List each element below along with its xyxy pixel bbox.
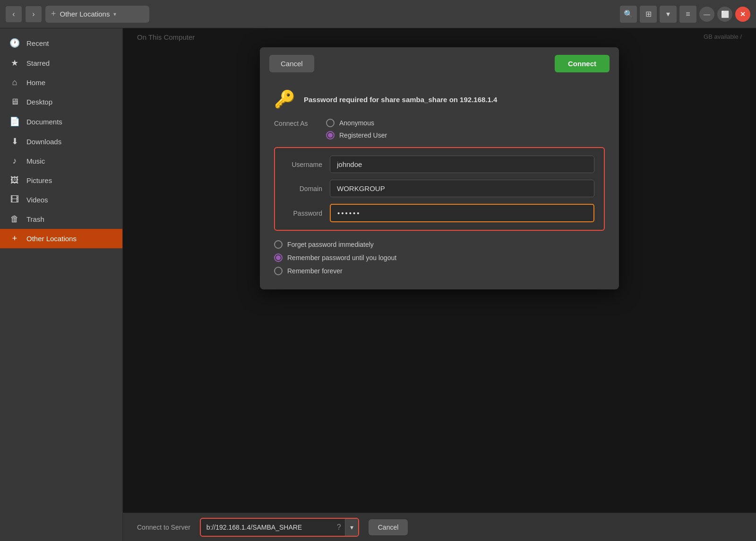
key-icon: 🔑 (274, 89, 295, 109)
sidebar-item-label: Music (26, 157, 45, 165)
sidebar: 🕐 Recent ★ Starred ⌂ Home 🖥 Desktop 📄 Do… (0, 28, 123, 541)
list-view-button[interactable]: ⊞ (640, 6, 657, 23)
domain-label: Domain (284, 185, 322, 192)
list-dropdown-button[interactable]: ▾ (660, 6, 677, 23)
radio-registered[interactable]: Registered User (326, 131, 387, 140)
dialog-title: Password required for share samba_share … (304, 96, 497, 104)
sidebar-item-pictures[interactable]: 🖼 Pictures (0, 171, 122, 190)
minimize-button[interactable]: — (699, 7, 714, 22)
menu-icon: ≡ (686, 10, 690, 18)
radio-registered-circle (326, 131, 335, 140)
sidebar-item-recent[interactable]: 🕐 Recent (0, 33, 122, 53)
sidebar-item-label: Videos (26, 196, 48, 204)
sidebar-item-videos[interactable]: 🎞 Videos (0, 190, 122, 209)
password-label: Password (284, 209, 322, 217)
titlebar-actions: 🔍 ⊞ ▾ ≡ — ⬜ ✕ (620, 6, 750, 23)
minimize-icon: — (704, 10, 710, 18)
trash-icon: 🗑 (9, 214, 20, 224)
password-row: Password (284, 204, 594, 222)
pictures-icon: 🖼 (9, 175, 20, 185)
sidebar-item-starred[interactable]: ★ Starred (0, 53, 122, 73)
credentials-fields-box: Username Domain Password (274, 147, 605, 231)
connect-button[interactable]: Connect (555, 55, 610, 72)
star-icon: ★ (9, 58, 20, 68)
content-area: On This Computer GB available / Cancel C… (123, 28, 756, 541)
password-dialog: Cancel Connect 🔑 Password required for s… (260, 47, 619, 289)
location-label: Other Locations (60, 10, 110, 18)
sidebar-item-label: Desktop (26, 98, 52, 106)
titlebar: ‹ › + Other Locations ▾ 🔍 ⊞ ▾ ≡ — ⬜ ✕ (0, 0, 756, 28)
music-icon: ♪ (9, 156, 20, 166)
sidebar-item-label: Starred (26, 59, 50, 67)
maximize-button[interactable]: ⬜ (717, 7, 732, 22)
sidebar-item-label: Home (26, 79, 45, 87)
back-button[interactable]: ‹ (6, 6, 22, 22)
sidebar-item-music[interactable]: ♪ Music (0, 151, 122, 171)
dialog-header: 🔑 Password required for share samba_shar… (274, 89, 605, 109)
home-icon: ⌂ (9, 78, 20, 87)
radio-registered-label: Registered User (339, 131, 387, 139)
sidebar-item-label: Downloads (26, 138, 61, 146)
radio-forget-label: Forget password immediately (287, 241, 374, 248)
downloads-icon: ⬇ (9, 136, 20, 147)
help-icon[interactable]: ? (333, 523, 345, 532)
bottom-bar: Connect to Server ? ▾ Cancel (123, 513, 756, 541)
maximize-icon: ⬜ (721, 10, 729, 18)
radio-group-connect-as: Anonymous Registered User (326, 119, 387, 140)
search-button[interactable]: 🔍 (620, 6, 637, 23)
menu-button[interactable]: ≡ (679, 6, 696, 23)
list-icon: ⊞ (645, 9, 652, 18)
dialog-body: 🔑 Password required for share samba_shar… (260, 80, 619, 289)
domain-input[interactable] (330, 180, 594, 197)
plus-icon: + (51, 9, 56, 19)
recent-icon: 🕐 (9, 38, 20, 48)
server-dropdown-button[interactable]: ▾ (345, 519, 358, 536)
username-label: Username (284, 161, 322, 168)
username-input[interactable] (330, 156, 594, 173)
location-button[interactable]: + Other Locations ▾ (45, 6, 149, 23)
sidebar-item-desktop[interactable]: 🖥 Desktop (0, 92, 122, 112)
radio-anonymous-circle (326, 119, 335, 127)
sidebar-item-home[interactable]: ⌂ Home (0, 73, 122, 92)
sidebar-item-downloads[interactable]: ⬇ Downloads (0, 131, 122, 151)
connect-as-label: Connect As (274, 119, 317, 127)
search-icon: 🔍 (624, 9, 633, 18)
server-input-wrap: ? ▾ (200, 518, 359, 537)
radio-remember-logout-circle (274, 253, 283, 262)
sidebar-item-documents[interactable]: 📄 Documents (0, 112, 122, 131)
cancel-button[interactable]: Cancel (269, 55, 314, 72)
password-input[interactable] (330, 204, 594, 222)
remember-group: Forget password immediately Remember pas… (274, 240, 605, 275)
forward-button[interactable]: › (26, 6, 42, 22)
videos-icon: 🎞 (9, 195, 20, 205)
connect-as-row: Connect As Anonymous Registered User (274, 119, 605, 140)
radio-forget-circle (274, 240, 283, 249)
close-icon: ✕ (740, 10, 746, 18)
sidebar-item-label: Recent (26, 39, 49, 47)
radio-remember-logout-label: Remember password until you logout (287, 254, 396, 262)
radio-anonymous[interactable]: Anonymous (326, 119, 387, 127)
close-button[interactable]: ✕ (735, 7, 750, 22)
radio-remember-forever[interactable]: Remember forever (274, 267, 605, 275)
sidebar-item-other-locations[interactable]: + Other Locations (0, 229, 122, 248)
radio-remember-forever-label: Remember forever (287, 267, 343, 275)
dropdown-arrow-icon: ▾ (113, 11, 116, 17)
sidebar-item-label: Documents (26, 118, 62, 126)
radio-anonymous-label: Anonymous (339, 119, 374, 127)
list-dropdown-icon: ▾ (666, 9, 670, 18)
other-locations-icon: + (9, 234, 20, 244)
sidebar-item-label: Pictures (26, 176, 52, 184)
sidebar-item-trash[interactable]: 🗑 Trash (0, 209, 122, 229)
cancel-bottom-button[interactable]: Cancel (369, 519, 408, 535)
back-icon: ‹ (12, 10, 15, 18)
desktop-icon: 🖥 (9, 97, 20, 107)
radio-remember-logout[interactable]: Remember password until you logout (274, 253, 605, 262)
main-layout: 🕐 Recent ★ Starred ⌂ Home 🖥 Desktop 📄 Do… (0, 28, 756, 541)
radio-remember-forever-circle (274, 267, 283, 275)
domain-row: Domain (284, 180, 594, 197)
forward-icon: › (32, 10, 34, 18)
radio-forget[interactable]: Forget password immediately (274, 240, 605, 249)
sidebar-item-label: Trash (26, 215, 44, 223)
server-input[interactable] (201, 520, 333, 535)
dialog-overlay: Cancel Connect 🔑 Password required for s… (123, 28, 756, 513)
